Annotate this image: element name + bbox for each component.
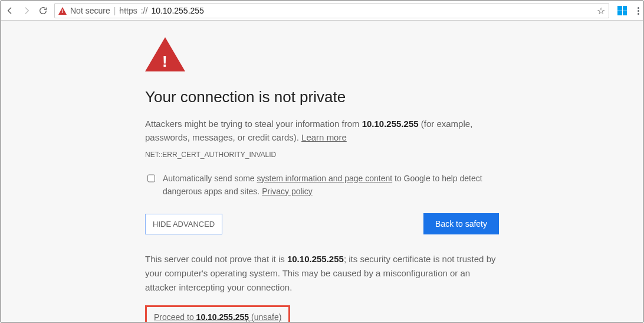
proceed-host: 10.10.255.255 (196, 312, 249, 322)
warn-host: 10.10.255.255 (362, 119, 419, 129)
url-scheme-sep: :// (141, 6, 148, 15)
privacy-policy-link[interactable]: Privacy policy (262, 187, 313, 196)
opt-pre: Automatically send some (163, 174, 257, 183)
button-row: HIDE ADVANCED Back to safety (145, 213, 499, 234)
page-content: ! Your connection is not private Attacke… (1, 21, 643, 322)
address-bar[interactable]: Not secure | https://10.10.255.255 ☆ (54, 3, 609, 18)
browser-menu-button[interactable] (638, 7, 639, 15)
url-scheme: https (119, 6, 137, 15)
proceed-pre: Proceed to (154, 312, 196, 322)
proceed-post: (unsafe) (249, 312, 281, 322)
back-to-safety-button[interactable]: Back to safety (423, 213, 499, 234)
forward-button[interactable] (21, 5, 32, 16)
proceed-unsafe-link[interactable]: Proceed to 10.10.255.255 (unsafe) (154, 312, 281, 322)
separator: | (114, 6, 116, 15)
bookmark-star-icon[interactable]: ☆ (597, 5, 605, 17)
security-warning-icon (58, 7, 67, 15)
error-code: NET::ERR_CERT_AUTHORITY_INVALID (145, 151, 499, 159)
detail-host: 10.10.255.255 (287, 254, 344, 264)
detail-paragraph: This server could not prove that it is 1… (145, 252, 499, 295)
system-info-link[interactable]: system information and page content (257, 174, 393, 183)
url-host: 10.10.255.255 (151, 6, 204, 15)
back-button[interactable] (5, 5, 15, 16)
warning-paragraph: Attackers might be trying to steal your … (145, 117, 499, 145)
warning-triangle-icon: ! (145, 37, 185, 71)
proceed-highlight-box: Proceed to 10.10.255.255 (unsafe) (145, 305, 290, 322)
opt-in-checkbox[interactable] (147, 174, 155, 183)
hide-advanced-button[interactable]: HIDE ADVANCED (145, 214, 222, 234)
opt-in-row: Automatically send some system informati… (145, 172, 499, 198)
windows-icon[interactable] (617, 6, 627, 15)
learn-more-link[interactable]: Learn more (301, 132, 347, 142)
page-title: Your connection is not private (145, 88, 499, 106)
reload-button[interactable] (38, 5, 48, 16)
security-status-label: Not secure (70, 6, 110, 15)
browser-toolbar: Not secure | https://10.10.255.255 ☆ (1, 1, 643, 21)
warn-text-pre: Attackers might be trying to steal your … (145, 119, 362, 129)
detail-pre: This server could not prove that it is (145, 254, 287, 264)
